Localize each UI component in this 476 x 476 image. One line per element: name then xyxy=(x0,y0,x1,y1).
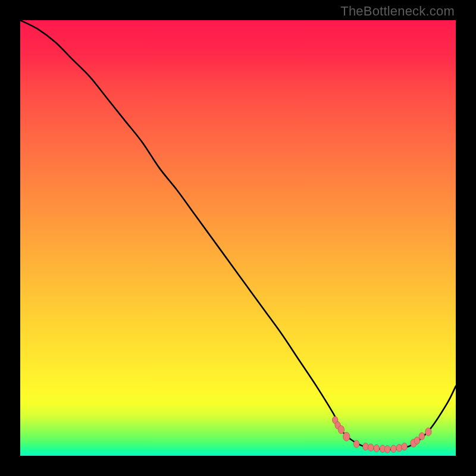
data-dot xyxy=(425,428,432,436)
chart-frame: TheBottleneck.com xyxy=(0,0,476,476)
data-dot xyxy=(343,432,350,441)
data-dot xyxy=(391,445,397,452)
data-dot xyxy=(414,437,420,444)
chart-svg xyxy=(20,20,456,456)
data-dot xyxy=(353,440,359,447)
data-dot xyxy=(402,443,408,450)
bottleneck-curve xyxy=(20,20,456,450)
data-dot xyxy=(368,444,374,451)
data-dot xyxy=(419,433,425,440)
data-dot xyxy=(396,444,402,452)
data-dots xyxy=(332,416,431,453)
data-dot xyxy=(384,446,390,453)
data-dot xyxy=(374,444,380,452)
watermark-text: TheBottleneck.com xyxy=(340,4,455,19)
data-dot xyxy=(363,443,369,450)
data-dot xyxy=(338,425,345,434)
plot-area xyxy=(20,20,456,456)
